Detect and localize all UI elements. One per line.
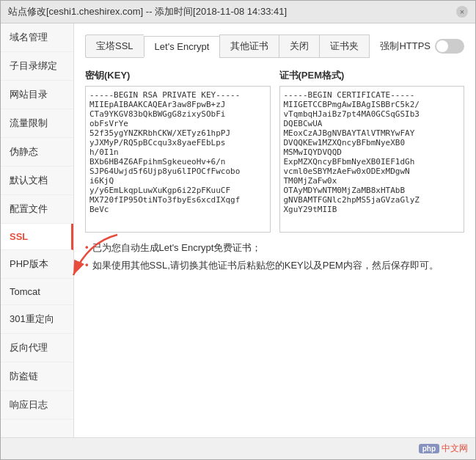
force-https-label: 强制HTTPS: [380, 40, 431, 53]
note-text: 已为您自动生成Let's Encrypt免费证书；: [92, 241, 262, 255]
cert-area: 密钥(KEY) 证书(PEM格式): [85, 69, 464, 233]
ssl-panel: 宝塔SSLLet's Encrypt其他证书关闭证书夹 强制HTTPS 密钥(K…: [74, 23, 475, 437]
note-bullet: •: [85, 241, 89, 252]
note-item: • 已为您自动生成Let's Encrypt免费证书；: [85, 241, 464, 255]
sidebar-item-default-doc[interactable]: 默认文档: [1, 167, 73, 195]
sidebar-item-subdirectory[interactable]: 子目录绑定: [1, 52, 73, 81]
site-label: 中文网: [442, 442, 468, 455]
sidebar-item-traffic[interactable]: 流量限制: [1, 109, 73, 138]
php-icon: php: [419, 444, 439, 453]
tab-baota-ssl[interactable]: 宝塔SSL: [85, 34, 144, 58]
cert-label: 证书(PEM格式): [279, 69, 465, 82]
main-content: 域名管理子目录绑定网站目录流量限制伪静态默认文档配置文件SSLPHP版本Tomc…: [1, 23, 475, 437]
tab-lets-encrypt[interactable]: Let's Encrypt: [144, 36, 220, 57]
tab-other-cert[interactable]: 其他证书: [219, 34, 279, 58]
tab-cert-tab[interactable]: 证书夹: [319, 34, 370, 58]
sidebar-item-pseudostatic[interactable]: 伪静态: [1, 138, 73, 167]
sidebar-item-accesslog[interactable]: 响应日志: [1, 391, 73, 420]
sidebar-item-reverseproxy[interactable]: 反向代理: [1, 334, 73, 362]
note-item: • 如果使用其他SSL,请切换其他证书后粘贴您的KEY以及PEM内容，然后保存即…: [85, 259, 464, 272]
key-label: 密钥(KEY): [85, 69, 271, 82]
footer: php 中文网: [1, 437, 475, 459]
force-https-group: 强制HTTPS: [380, 39, 464, 54]
sidebar-item-ssl[interactable]: SSL: [1, 224, 73, 250]
tab-row: 宝塔SSLLet's Encrypt其他证书关闭证书夹 强制HTTPS: [85, 34, 464, 58]
cert-column: 证书(PEM格式): [279, 69, 465, 233]
note-bullet: •: [85, 259, 89, 270]
sidebar-item-domain[interactable]: 域名管理: [1, 23, 73, 52]
sidebar: 域名管理子目录绑定网站目录流量限制伪静态默认文档配置文件SSLPHP版本Tomc…: [1, 23, 74, 437]
sidebar-item-sitedir[interactable]: 网站目录: [1, 81, 73, 109]
sidebar-item-php[interactable]: PHP版本: [1, 250, 73, 279]
titlebar: 站点修改[ceshi1.cheshirex.com] -- 添加时间[2018-…: [1, 1, 475, 23]
sidebar-item-hotlink[interactable]: 防盗链: [1, 362, 73, 391]
note-text: 如果使用其他SSL,请切换其他证书后粘贴您的KEY以及PEM内容，然后保存即可。: [92, 259, 439, 272]
window-title: 站点修改[ceshi1.cheshirex.com] -- 添加时间[2018-…: [8, 5, 287, 18]
sidebar-item-redirect[interactable]: 301重定向: [1, 305, 73, 334]
force-https-toggle[interactable]: [435, 39, 464, 54]
main-window: 站点修改[ceshi1.cheshirex.com] -- 添加时间[2018-…: [0, 0, 476, 460]
sidebar-item-config[interactable]: 配置文件: [1, 195, 73, 224]
close-button[interactable]: ×: [456, 6, 468, 18]
sidebar-item-tomcat[interactable]: Tomcat: [1, 279, 73, 305]
key-textarea[interactable]: [85, 86, 271, 233]
cert-textarea[interactable]: [279, 86, 465, 233]
php-badge: php 中文网: [419, 442, 468, 455]
notes-section: • 已为您自动生成Let's Encrypt免费证书；• 如果使用其他SSL,请…: [85, 241, 464, 272]
key-column: 密钥(KEY): [85, 69, 271, 233]
tab-close[interactable]: 关闭: [279, 34, 319, 58]
